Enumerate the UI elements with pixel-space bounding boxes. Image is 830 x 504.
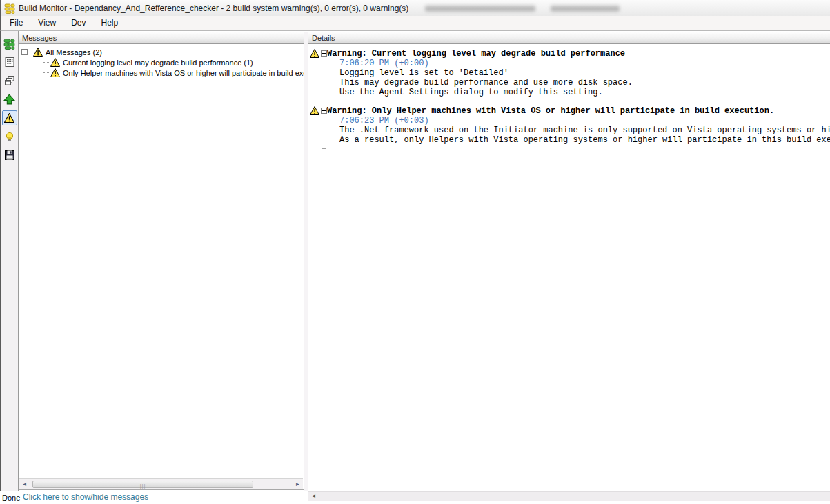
- warning-title: Warning: Only Helper machines with Vista…: [327, 106, 774, 116]
- messages-toggle-row: Click here to show/hide messages: [19, 489, 304, 504]
- warning-detail-line: Logging level is set to 'Detailed': [339, 68, 830, 78]
- tree-item-label: All Messages (2): [46, 48, 102, 57]
- messages-horizontal-scrollbar[interactable]: ◄ ||| ►: [19, 478, 303, 489]
- incredibuild-logo-icon[interactable]: [2, 36, 17, 51]
- tree-item-all-messages[interactable]: All Messages (2): [21, 47, 304, 57]
- tree-children: Current logging level may degrade build …: [43, 57, 304, 78]
- save-icon[interactable]: [2, 148, 17, 163]
- tree-connector: [43, 72, 50, 73]
- details-panel-title: Details: [312, 34, 335, 42]
- warning-title: Warning: Current logging level may degra…: [327, 49, 625, 59]
- scroll-left-arrow-icon[interactable]: ◄: [308, 492, 319, 501]
- menu-help[interactable]: Help: [93, 17, 126, 30]
- warning-timestamp: 7:06:23 PM (+0:03): [339, 116, 830, 125]
- warning-timestamp: 7:06:20 PM (+0:00): [339, 59, 830, 68]
- menu-view[interactable]: View: [30, 17, 63, 30]
- menu-file[interactable]: File: [2, 17, 30, 30]
- warning-icon: [33, 48, 43, 57]
- warning-icon: [310, 106, 319, 115]
- warning-detail-line: The .Net framework used on the Initiator…: [339, 125, 830, 135]
- collapse-box-icon[interactable]: [321, 108, 327, 114]
- details-panel-header: Details: [308, 32, 830, 44]
- title-bar: Build Monitor - Dependancy_And_Refferenc…: [0, 0, 830, 16]
- menu-dev[interactable]: Dev: [63, 17, 93, 30]
- entry-tree-rail: [322, 117, 326, 149]
- messages-panel-header: Messages: [19, 32, 304, 44]
- scrollbar-thumb[interactable]: |||: [32, 481, 253, 488]
- tree-item-label: Only Helper machines with Vista OS or hi…: [63, 68, 304, 77]
- tree-item-message[interactable]: Only Helper machines with Vista OS or hi…: [43, 68, 304, 78]
- menu-bar: File View Dev Help: [0, 16, 830, 31]
- messages-panel-title: Messages: [22, 34, 57, 42]
- app-logo-icon: [4, 3, 15, 14]
- collapse-box-icon[interactable]: [321, 50, 327, 57]
- warning-entry: Warning: Only Helper machines with Vista…: [308, 106, 830, 145]
- show-hide-messages-link[interactable]: Click here to show/hide messages: [23, 492, 148, 502]
- details-content: Warning: Current logging level may degra…: [308, 44, 830, 491]
- warning-icon: [50, 68, 60, 77]
- warning-icon: [310, 49, 319, 58]
- tips-icon[interactable]: [2, 129, 17, 144]
- warning-detail-line: As a result, only Helpers with Vista ope…: [339, 135, 830, 145]
- scrollbar-track[interactable]: |||: [30, 480, 293, 489]
- redacted-text: [425, 6, 535, 12]
- messages-panel: Messages All Messages (2) Current loggin…: [19, 32, 304, 504]
- details-horizontal-scrollbar[interactable]: ◄: [308, 491, 830, 501]
- status-text: Done: [2, 494, 20, 502]
- window-title: Build Monitor - Dependancy_And_Refferenc…: [19, 3, 408, 13]
- tree-connector: [43, 62, 50, 63]
- report-icon[interactable]: [2, 54, 17, 70]
- details-panel: Details Warning: Current logging level m…: [308, 32, 830, 501]
- tree-item-message[interactable]: Current logging level may degrade build …: [43, 57, 304, 68]
- redacted-text: [551, 6, 620, 12]
- messages-tree: All Messages (2) Current logging level m…: [19, 44, 304, 478]
- warnings-icon[interactable]: [2, 110, 17, 125]
- warning-detail-line: This may degrade build performance and u…: [339, 78, 830, 88]
- left-toolbar: [0, 31, 19, 491]
- scroll-right-arrow-icon[interactable]: ►: [293, 480, 303, 489]
- entry-tree-rail: [322, 59, 326, 101]
- tree-item-label: Current logging level may degrade build …: [63, 58, 253, 67]
- warning-detail-line: Use the Agent Settings dialog to modify …: [339, 88, 830, 97]
- performance-arrow-icon[interactable]: [2, 92, 17, 107]
- collapse-box-icon[interactable]: [21, 49, 28, 55]
- warning-icon: [50, 58, 60, 67]
- projects-icon[interactable]: [2, 73, 17, 88]
- scroll-left-arrow-icon[interactable]: ◄: [19, 480, 30, 489]
- tree-connector: [28, 52, 33, 52]
- warning-entry: Warning: Current logging level may degra…: [308, 49, 830, 97]
